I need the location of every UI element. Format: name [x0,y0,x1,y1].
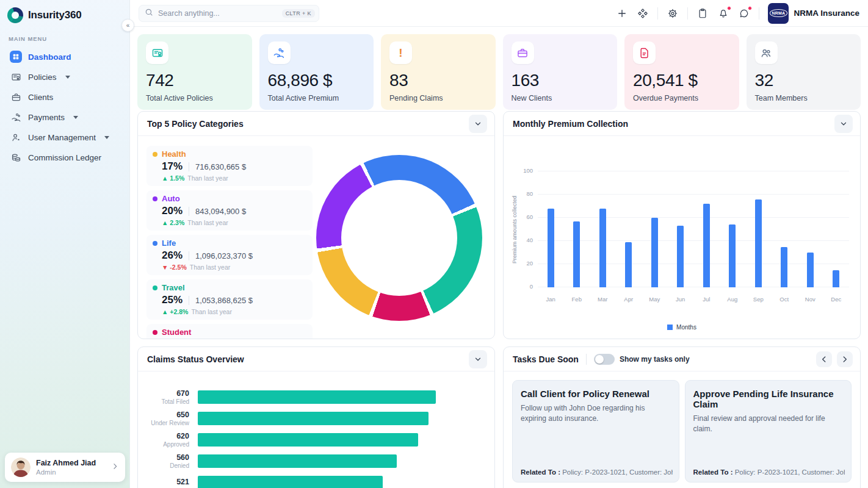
change-value: ▲ 2.3% [162,219,184,226]
chat-icon[interactable] [738,7,750,20]
task-cards: Call Client for Policy Renewal Follow up… [504,371,860,488]
change-value: ▲ 1.5% [162,174,184,182]
stat-value: 32 [755,71,853,90]
briefcase-icon [512,41,534,64]
monthly-premium-bar-chart: Premium amounts collected 020406080100Ja… [504,136,860,339]
divider [759,7,759,20]
sidebar-item-payments[interactable]: Payments [5,108,125,126]
plus-icon[interactable] [616,7,628,20]
nrma-logo-icon: NRMA [768,3,789,24]
sidebar-item-policies[interactable]: Policies [5,68,125,86]
gear-icon[interactable] [667,7,679,20]
stat-card-new-clients[interactable]: 163 New Clients [503,34,618,110]
panel-title: Claims Status Overview [147,354,244,364]
change-note: Than last year [190,264,231,271]
notification-dot [748,6,752,10]
stat-card-team-members[interactable]: 32 Team Members [747,34,861,110]
legend-swatch [667,325,673,330]
x-tick-label: Sep [753,296,764,303]
x-tick-label: Feb [572,296,582,303]
carousel-next-button[interactable] [837,351,853,367]
legend-item-travel[interactable]: Travel 25%1,053,868,625 $ ▲ +2.8%Than la… [146,279,313,320]
y-tick-label: 0 [530,283,533,290]
bar-mar [599,209,606,287]
task-description: Follow up with John Doe regarding his ex… [521,403,671,425]
sidebar-item-dashboard[interactable]: Dashboard [5,48,125,66]
carousel-prev-button[interactable] [816,351,832,367]
hand-coin-icon [268,41,291,64]
task-card[interactable]: Call Client for Policy Renewal Follow up… [512,380,679,483]
category-amount: 1,053,868,625 $ [195,296,253,305]
bar-jun [677,226,684,287]
category-percent: 20% [162,205,183,217]
task-card[interactable]: Approve Pending Life Insurance Claim Fin… [685,380,852,483]
bell-icon[interactable] [717,7,729,20]
sidebar-item-clients[interactable]: Clients [5,88,125,106]
stat-label: Overdue Payments [633,94,731,102]
ledger-icon [10,151,22,163]
sidebar: Insurity360 MAIN MENU Dashboard Policies… [0,0,130,488]
legend-item-auto[interactable]: Auto 20%843,094,900 $ ▲ 2.3%Than last ye… [146,190,313,231]
category-amount: 1,096,023,370 $ [195,251,253,260]
task-title: Approve Pending Life Insurance Claim [693,389,844,409]
user-profile-card[interactable]: Faiz Ahmed Jiad Admin [5,453,125,482]
category-name: Auto [162,194,180,203]
change-value: ▼ -2.5% [162,264,187,271]
x-tick-label: Oct [779,296,789,303]
chevron-down-icon[interactable] [469,350,487,368]
exclamation-icon: ! [389,41,412,64]
toggle-knob [595,355,604,364]
divider [189,162,189,171]
bar-jan [548,209,554,287]
change-note: Than last year [187,174,228,182]
x-tick-label: Dec [831,296,841,303]
app-logo-icon [7,7,23,23]
chevron-down-icon[interactable] [834,115,853,133]
widgets-icon[interactable] [637,7,649,20]
chevron-down-icon[interactable] [469,115,487,133]
bar-nov [807,253,814,287]
legend-dot [153,241,157,246]
bar-aug [729,224,736,287]
legend-dot [153,285,157,290]
certificate-icon [146,41,168,64]
users-icon [755,41,778,64]
category-percent: 17% [162,160,183,173]
organization-name: NRMA Insurance [794,9,859,18]
change-value: ▲ +2.8% [162,308,188,315]
legend-item-life[interactable]: Life 26%1,096,023,370 $ ▼ -2.5%Than last… [146,235,313,275]
x-tick-label: May [649,296,660,303]
x-tick-label: Jun [676,296,685,303]
related-to-label: Related To : [521,468,560,476]
main-menu-label: MAIN MENU [0,29,129,46]
show-my-tasks-toggle[interactable] [594,354,615,365]
legend-item-health[interactable]: Health 17%716,630,665 $ ▲ 1.5%Than last … [146,146,313,186]
sidebar-item-commission-ledger[interactable]: Commission Ledger [5,148,125,167]
x-tick-label: Apr [624,296,633,303]
task-title: Call Client for Policy Renewal [521,389,671,399]
clipboard-icon[interactable] [696,7,709,20]
stat-card-total-active-policies[interactable]: 742 Total Active Policies [137,34,252,110]
claims-bar [198,412,429,425]
notification-dot [727,6,731,10]
related-to-label: Related To : [693,468,733,476]
divider [657,7,658,20]
user-name: Faiz Ahmed Jiad [36,459,96,467]
category-name: Health [162,149,186,159]
legend-item-student[interactable]: Student 12%505,856,940 $ ▲ 3.4%Than last… [146,324,313,339]
gridline [538,171,849,171]
y-tick-label: 40 [526,237,533,243]
bar-feb [573,221,580,287]
stat-card-pending-claims[interactable]: ! 83 Pending Claims [381,34,496,110]
sidebar-collapse-button[interactable]: « [121,19,134,32]
panel-title: Top 5 Policy Categories [147,119,244,129]
search-input[interactable] [158,9,277,18]
stat-card-total-active-premium[interactable]: 68,896 $ Total Active Premium [259,34,374,110]
sidebar-item-user-management[interactable]: User Management [5,128,125,146]
app-name: Insurity360 [28,9,82,21]
user-management-icon [10,131,22,143]
organization-switcher[interactable]: NRMA NRMA Insurance [768,3,859,24]
stat-card-overdue-payments[interactable]: 20,541 $ Overdue Payments [624,34,739,110]
x-tick-label: Aug [727,296,737,303]
caret-down-icon [104,136,109,139]
